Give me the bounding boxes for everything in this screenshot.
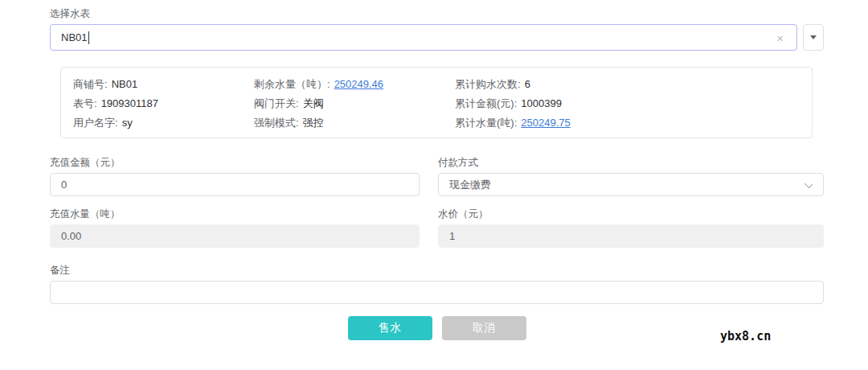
payment-method-value: 现金缴费 xyxy=(449,178,491,192)
recharge-amount-value: 0 xyxy=(61,179,67,191)
water-price-group: 水价（元） 1 xyxy=(438,208,824,248)
form-row-a: 充值金额（元） 0 付款方式 现金缴费 xyxy=(50,156,824,196)
meter-info-panel: 商铺号:NB01 剩余水量（吨）:250249.46 累计购水次数:6 表号:1… xyxy=(60,67,813,138)
recharge-amount-label: 充值金额（元） xyxy=(50,156,420,169)
recharge-volume-label: 充值水量（吨） xyxy=(50,208,420,220)
meter-select-row: NB01 × xyxy=(50,24,824,51)
site-watermark: ybx8.cn xyxy=(720,329,771,343)
water-price-value: 1 xyxy=(449,230,455,242)
text-cursor xyxy=(88,31,89,44)
recharge-volume-group: 充值水量（吨） 0.00 xyxy=(50,208,420,248)
remark-input[interactable] xyxy=(50,281,824,304)
total-water-link[interactable]: 250249.75 xyxy=(521,117,570,129)
info-shop-number: 商铺号:NB01 xyxy=(73,77,254,92)
form-row-b: 充值水量（吨） 0.00 水价（元） 1 xyxy=(50,208,824,248)
recharge-volume-value: 0.00 xyxy=(61,230,81,242)
info-meter-number: 表号:1909301187 xyxy=(73,97,254,111)
info-total-water: 累计水量(吨):250249.75 xyxy=(455,116,812,130)
info-user-name: 用户名字:sy xyxy=(73,116,254,130)
meter-select-label: 选择水表 xyxy=(50,7,824,20)
recharge-volume-input: 0.00 xyxy=(50,224,420,248)
action-buttons: 售水 取消 xyxy=(50,316,824,340)
meter-select-value: NB01 xyxy=(61,31,88,43)
clear-icon[interactable]: × xyxy=(776,31,784,43)
dropdown-toggle-button[interactable] xyxy=(803,24,824,51)
info-force-mode: 强制模式:强控 xyxy=(254,116,455,130)
remaining-water-link[interactable]: 250249.46 xyxy=(334,78,383,90)
water-price-label: 水价（元） xyxy=(438,208,824,220)
caret-down-icon xyxy=(810,35,817,39)
info-purchase-count: 累计购水次数:6 xyxy=(455,77,812,92)
info-valve-status: 阀门开关:关阀 xyxy=(254,97,455,111)
payment-method-label: 付款方式 xyxy=(438,156,824,169)
meter-select-input[interactable]: NB01 × xyxy=(50,24,797,51)
remark-label: 备注 xyxy=(50,264,824,277)
water-price-input: 1 xyxy=(438,224,824,248)
cancel-button[interactable]: 取消 xyxy=(442,316,526,340)
sell-water-form: 选择水表 NB01 × 商铺号:NB01 剩余水量（吨）:250249.46 累… xyxy=(50,0,824,340)
recharge-amount-group: 充值金额（元） 0 xyxy=(50,156,420,196)
chevron-down-icon xyxy=(805,180,813,188)
payment-method-group: 付款方式 现金缴费 xyxy=(438,156,824,196)
sell-water-button[interactable]: 售水 xyxy=(348,316,432,340)
info-total-amount: 累计金额(元):1000399 xyxy=(455,97,812,111)
remark-group: 备注 xyxy=(50,264,824,304)
recharge-amount-input[interactable]: 0 xyxy=(50,173,420,196)
payment-method-select[interactable]: 现金缴费 xyxy=(438,173,824,196)
info-remaining-water: 剩余水量（吨）:250249.46 xyxy=(254,77,455,92)
